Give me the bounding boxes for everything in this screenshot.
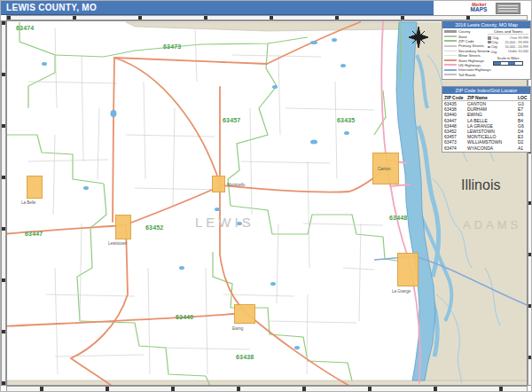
- zip-code-label: 63452: [145, 224, 163, 231]
- cities-header: Cities and Towns: [488, 29, 528, 35]
- legend-cities-column: Cities and Towns CityOver 99,999City25,0…: [488, 29, 528, 77]
- town-area: [27, 176, 43, 199]
- zip-code-label: 63438: [236, 354, 254, 360]
- legend-item: Toll Roads: [444, 73, 488, 77]
- map-page: La BelleLewistownMonticelloCantonLa Gran…: [0, 0, 532, 392]
- zip-index-columns: ZIP CodeZIP NameLOC: [442, 94, 530, 101]
- town-area: [212, 176, 225, 192]
- zip-code-label: 63440: [176, 314, 193, 320]
- zip-index-row: 63474WYACONDAA1: [444, 145, 528, 151]
- legend-box: 2016 Lewis County, MO Map CountyStateZIP…: [442, 20, 531, 80]
- town-area: [115, 215, 131, 239]
- town-name-label: Lewistown: [108, 241, 127, 246]
- zip-code-label: 63447: [25, 231, 43, 237]
- town-area: [397, 253, 419, 286]
- zip-code-label: 63474: [16, 25, 34, 31]
- state-highways: [6, 22, 381, 386]
- zip-index-title: ZIP Code Index/Grid Locator: [442, 87, 530, 94]
- zip-index-rows: 63435CANTONG363438DURHAME763440EWINGD663…: [442, 101, 530, 152]
- zip-index-column: ZIP Code: [444, 95, 467, 100]
- scale-bar: Scale in Miles: [488, 56, 528, 66]
- town-name-label: Ewing: [232, 326, 243, 331]
- legend-city-row: CityUnder 10,000: [488, 50, 528, 54]
- logo-badge-icon: [496, 3, 520, 14]
- legend-symbol-list: CountyStateZIP CodePrimary StreetsSecond…: [444, 29, 488, 77]
- town-name-label: La Belle: [21, 200, 35, 205]
- scale-label: Scale in Miles: [488, 56, 528, 60]
- zip-code-label: 63473: [163, 43, 181, 50]
- grid-ruler-bottom: [6, 386, 528, 392]
- zip-index-column: ZIP Name: [467, 95, 518, 100]
- marketmaps-logo: Market MAPS: [464, 2, 494, 13]
- legend-title: 2016 Lewis County, MO Map: [442, 21, 530, 28]
- north-adjacent-strip: [126, 22, 403, 31]
- county-name-label: LEWIS: [195, 215, 254, 230]
- zip-boundaries: [6, 22, 401, 386]
- zip-index-box: ZIP Code Index/Grid Locator ZIP CodeZIP …: [442, 86, 531, 153]
- map-title-bar: LEWIS COUNTY, MO: [1, 1, 434, 15]
- adjacent-county-label: ADAMS: [463, 218, 521, 231]
- town-name-label: Canton: [378, 167, 391, 171]
- town-name-label: Monticello: [227, 183, 245, 187]
- town-area: [234, 304, 255, 324]
- zip-code-label: 63435: [337, 117, 355, 123]
- zip-code-label: 63457: [223, 117, 240, 123]
- zip-index-column: LOC: [518, 95, 528, 100]
- zip-code-label: 63448: [389, 215, 407, 221]
- logo-line2: MAPS: [464, 7, 494, 12]
- state-name-label: Illinois: [461, 177, 500, 193]
- town-name-label: La Grange: [392, 289, 411, 294]
- grid-ruler-left: [1, 20, 6, 386]
- ponds: [42, 38, 349, 349]
- publisher-logo-area: Market MAPS: [434, 1, 532, 15]
